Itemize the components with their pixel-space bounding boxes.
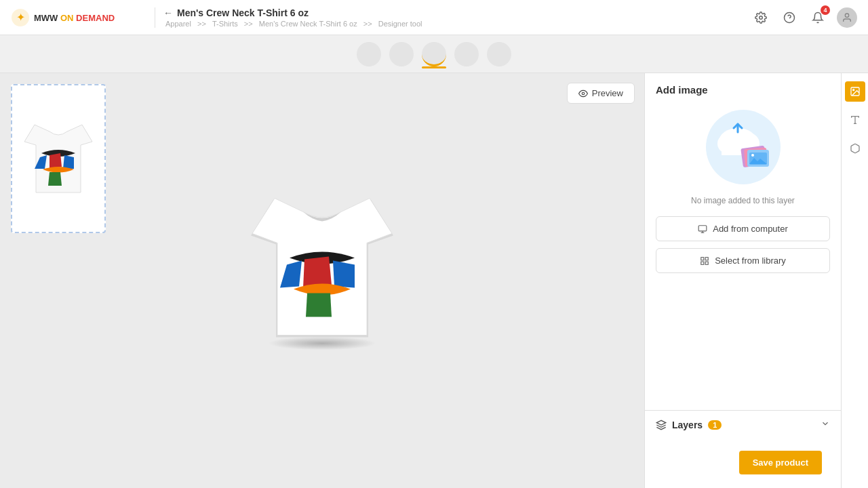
sidebar-sticker-tool[interactable] (845, 138, 865, 159)
chevron-down-icon (821, 419, 830, 428)
view-dot-3[interactable] (422, 42, 446, 66)
select-from-library-button[interactable]: Select from library (656, 248, 830, 273)
view-dot-5[interactable] (487, 42, 511, 66)
settings-button[interactable] (751, 8, 770, 27)
monitor-icon (698, 224, 707, 234)
save-product-button[interactable]: Save product (739, 451, 822, 474)
preview-label-text: Preview (592, 88, 623, 98)
product-title-row: ← Men's Crew Neck T-Shirt 6 oz (163, 7, 743, 18)
layers-count: 1 (708, 420, 722, 430)
help-button[interactable] (780, 8, 799, 27)
panel-title: Add image (656, 84, 830, 96)
svg-point-5 (845, 14, 848, 17)
logo-icon: ✦ (11, 8, 30, 27)
view-dot-1[interactable] (357, 42, 381, 66)
svg-point-17 (751, 154, 754, 157)
main: Save product Preview (0, 73, 868, 488)
canvas-area: Save product Preview (0, 73, 644, 488)
layers-text: Layers (672, 420, 703, 430)
svg-rect-25 (705, 262, 708, 264)
view-selector (0, 35, 868, 73)
select-from-library-label: Select from library (715, 256, 786, 266)
notifications-button[interactable]: 4 (808, 8, 827, 27)
svg-rect-19 (698, 225, 707, 230)
header: ✦ MWW ON DEMAND ← Men's Crew Neck T-Shir… (0, 0, 868, 35)
back-arrow[interactable]: ← (163, 7, 173, 18)
thumbnail-tshirt (21, 118, 96, 199)
panel-content: Add image (645, 73, 841, 410)
preview-button[interactable]: Save product Preview (567, 83, 635, 104)
upload-illustration (703, 106, 784, 188)
notification-badge: 4 (821, 5, 830, 15)
header-divider (155, 7, 155, 28)
header-nav: ← Men's Crew Neck T-Shirt 6 oz Apparel >… (163, 7, 743, 28)
svg-marker-26 (656, 420, 665, 425)
layers-expand-button[interactable] (821, 419, 830, 430)
cloud-upload-icon (703, 106, 784, 188)
view-dot-2[interactable] (389, 42, 414, 66)
image-tool-icon (850, 86, 861, 97)
svg-point-6 (582, 92, 585, 95)
svg-point-2 (760, 16, 763, 19)
logo: ✦ MWW ON DEMAND (11, 8, 146, 27)
product-title: Men's Crew Neck T-Shirt 6 oz (177, 7, 309, 18)
thumbnail-panel (11, 84, 106, 233)
save-area: Save product (645, 439, 841, 488)
add-from-computer-button[interactable]: Add from computer (656, 216, 830, 241)
layers-label: Layers 1 (656, 420, 722, 430)
layers-icon (656, 420, 667, 430)
user-avatar[interactable] (837, 7, 857, 28)
sidebar-text-tool[interactable] (845, 110, 865, 130)
svg-rect-23 (705, 257, 708, 260)
svg-text:✦: ✦ (16, 12, 25, 23)
library-icon (700, 256, 709, 266)
main-tshirt-svg (248, 184, 397, 340)
add-from-computer-label: Add from computer (713, 224, 788, 234)
header-actions: 4 (751, 7, 857, 28)
svg-point-28 (852, 89, 854, 91)
text-tool-icon (850, 115, 861, 125)
right-panel: Add image (644, 73, 841, 488)
sidebar-image-tool[interactable] (845, 81, 865, 102)
main-tshirt-area (248, 184, 397, 350)
breadcrumb: Apparel >> T-Shirts >> Men's Crew Neck T… (163, 20, 743, 28)
sticker-tool-icon (850, 143, 861, 154)
svg-rect-22 (701, 257, 704, 260)
preview-icon (578, 89, 588, 98)
logo-text: MWW ON DEMAND (34, 12, 115, 24)
layers-section: Layers 1 (645, 410, 841, 439)
svg-rect-24 (701, 262, 704, 264)
view-dot-4[interactable] (454, 42, 479, 66)
no-image-text: No image added to this layer (656, 196, 830, 205)
right-sidebar (841, 73, 868, 488)
